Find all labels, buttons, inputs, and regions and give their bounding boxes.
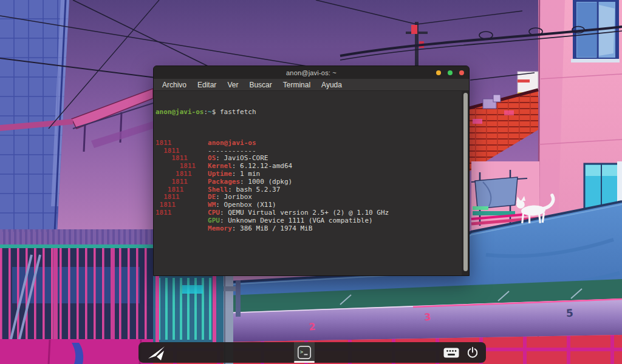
keyboard-icon[interactable] bbox=[443, 348, 459, 358]
menu-bar: ArchivoEditarVerBuscarTerminalAyuda bbox=[154, 79, 469, 91]
prompt-path: ~ bbox=[208, 108, 212, 116]
window-title: anon@javi-os: ~ bbox=[286, 69, 337, 76]
terminal-window: anon@javi-os: ~ ArchivoEditarVerBuscarTe… bbox=[153, 66, 470, 276]
minimize-button[interactable] bbox=[436, 70, 441, 75]
typed-command: fastfetch bbox=[220, 108, 256, 116]
fastfetch-line: Memory: 386 MiB / 1974 MiB bbox=[156, 225, 460, 233]
glass-building bbox=[0, 0, 69, 232]
shutter-number-5: 5 bbox=[566, 307, 573, 320]
taskbar-active-app[interactable]: > bbox=[294, 342, 315, 363]
menu-item-editar[interactable]: Editar bbox=[192, 80, 222, 90]
terminal-app-icon: > bbox=[297, 345, 312, 360]
launcher-button[interactable] bbox=[147, 345, 166, 360]
scrollbar-track[interactable] bbox=[462, 91, 469, 275]
launcher-logo-icon bbox=[147, 345, 166, 362]
active-app-indicator bbox=[294, 361, 315, 363]
terminal-body[interactable]: anon@javi-os:~$fastfetch 1811 anon@javi-… bbox=[154, 91, 469, 275]
fastfetch-output: 1811 anon@javi-os 1811 ------------ 1811… bbox=[156, 140, 460, 233]
close-button[interactable] bbox=[459, 70, 464, 75]
shutter-number-3: 3 bbox=[424, 311, 431, 323]
prompt-user: anon@javi-os bbox=[156, 108, 203, 116]
power-icon[interactable] bbox=[466, 346, 479, 359]
scrollbar-thumb[interactable] bbox=[463, 93, 468, 271]
garage bbox=[0, 229, 153, 364]
menu-item-ver[interactable]: Ver bbox=[222, 80, 244, 90]
maximize-button[interactable] bbox=[448, 70, 453, 75]
window-titlebar[interactable]: anon@javi-os: ~ bbox=[154, 66, 469, 79]
desktop: 2 3 5 bbox=[0, 0, 622, 364]
svg-text:>: > bbox=[300, 349, 303, 355]
menu-item-buscar[interactable]: Buscar bbox=[244, 80, 277, 90]
menu-item-ayuda[interactable]: Ayuda bbox=[316, 80, 347, 90]
menu-item-archivo[interactable]: Archivo bbox=[157, 80, 192, 90]
teal-slats bbox=[153, 276, 224, 343]
taskbar: > bbox=[138, 342, 486, 363]
shutter-number-2: 2 bbox=[309, 321, 316, 333]
command-line: anon@javi-os:~$fastfetch bbox=[156, 109, 460, 116]
menu-item-terminal[interactable]: Terminal bbox=[278, 80, 316, 90]
